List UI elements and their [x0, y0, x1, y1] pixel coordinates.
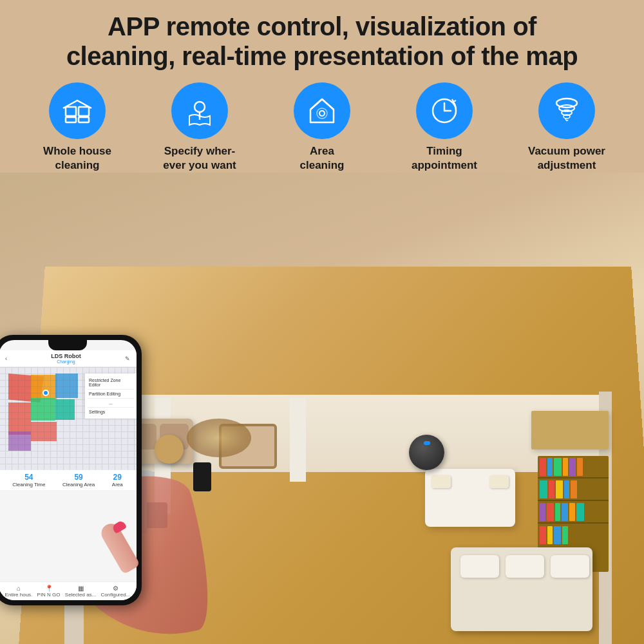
shelf-row-1 [538, 456, 609, 478]
book [576, 503, 584, 521]
stat-cleaning-time: 54 Cleaning Time [12, 473, 45, 488]
area-cleaning-label: Area cleaning [300, 144, 345, 173]
charging-dock [193, 462, 211, 491]
header-section: APP remote control, visualization of cle… [0, 0, 644, 77]
tab-pin-n-go[interactable]: 📍 PIN N GO [37, 585, 61, 598]
menu-item-zone[interactable]: Restricted Zone Editor [88, 376, 134, 390]
robot-sensor [424, 441, 430, 445]
area-cleaning-icon-circle[interactable] [294, 82, 350, 139]
dining-table [425, 469, 515, 527]
tornado-icon [550, 94, 583, 128]
inner-wall-2 [290, 398, 306, 482]
book [547, 526, 553, 544]
main-title: APP remote control, visualization of cle… [13, 12, 631, 71]
clock-icon [428, 94, 461, 128]
menu-item-more[interactable]: ... [88, 399, 134, 408]
cabinet [531, 411, 609, 450]
grid-icon [61, 94, 94, 128]
phone-bottom-bar: ⌂ Entire hous. 📍 PIN N GO ▦ Selected as.… [0, 582, 137, 600]
phone-notch [48, 340, 87, 350]
plate [431, 475, 451, 488]
specify-where-icon-circle[interactable] [171, 82, 228, 139]
book [562, 526, 568, 544]
phone-stats-row: 54 Cleaning Time 59 Cleaning Area 29 Are… [0, 470, 137, 490]
pillow-1 [460, 555, 499, 578]
shelf-row-2 [538, 478, 609, 501]
pin-icon [183, 94, 216, 128]
svg-rect-3 [79, 117, 89, 122]
specify-where-label: Specify wher- ever you want [163, 144, 236, 173]
book [571, 480, 577, 498]
robot-vacuum [409, 435, 444, 470]
feature-specify-where: Specify wher- ever you want [138, 82, 261, 173]
book [549, 480, 554, 498]
book [564, 480, 569, 498]
svg-rect-1 [79, 107, 89, 116]
feature-timing: Timing appointment [383, 82, 506, 173]
book [540, 526, 546, 544]
svg-point-4 [194, 102, 205, 112]
feature-whole-house: Whole house cleaning [16, 82, 138, 173]
book [562, 503, 568, 521]
feature-area-cleaning: Area cleaning [261, 82, 383, 173]
pillow-2 [506, 555, 544, 578]
device-name-text: LDS Robot [51, 353, 81, 359]
stat-cleaning-area: 59 Cleaning Area [62, 473, 95, 488]
tab-entire-house[interactable]: ⌂ Entire hous. [5, 585, 33, 598]
stat1-label: Cleaning Time [12, 482, 45, 488]
book [555, 503, 560, 521]
book [547, 503, 554, 521]
features-row: Whole house cleaning Specify wher- ever … [0, 77, 644, 173]
title-line2: cleaning, real-time presentation of the … [66, 42, 578, 70]
side-table [155, 435, 184, 464]
bottom-scene: ‹ LDS Robot Charging ✎ [0, 173, 644, 644]
device-status: Charging [51, 359, 81, 364]
book [554, 458, 562, 476]
book [547, 458, 553, 476]
menu-item-partition[interactable]: Partition Editing [88, 390, 134, 399]
stat2-label: Cleaning Area [62, 482, 95, 488]
timing-label: Timing appointment [412, 144, 477, 173]
whole-house-label: Whole house cleaning [43, 144, 111, 173]
shelf-row-3 [538, 501, 609, 524]
svg-point-7 [317, 108, 327, 118]
vacuum-power-icon-circle[interactable] [538, 82, 595, 139]
house-icon [305, 94, 339, 128]
stat-extra: 29 Area [112, 473, 123, 488]
menu-item-settings[interactable]: Settings [88, 408, 134, 416]
floor-rug [187, 419, 251, 457]
whole-house-icon-circle[interactable] [49, 82, 106, 139]
timing-icon-circle[interactable] [416, 82, 473, 139]
title-line1: APP remote control, visualization of [108, 12, 536, 41]
svg-rect-2 [66, 117, 76, 122]
svg-point-6 [319, 111, 325, 116]
robot-body [409, 435, 444, 470]
bed [451, 547, 592, 631]
phone-menu: Restricted Zone Editor Partition Editing… [85, 374, 137, 419]
tab-selected[interactable]: ▦ Selected as... [65, 585, 96, 598]
plate [489, 475, 509, 488]
pillow-3 [551, 555, 589, 578]
book [577, 458, 583, 476]
book [563, 458, 568, 476]
book [540, 480, 547, 498]
phone-header: ‹ LDS Robot Charging ✎ [0, 350, 137, 367]
vacuum-power-label: Vacuum power adjustment [528, 144, 605, 173]
feature-vacuum-power: Vacuum power adjustment [506, 82, 628, 173]
page-wrapper: APP remote control, visualization of cle… [0, 0, 644, 644]
tab-configured[interactable]: ⚙ Configured... [101, 585, 131, 598]
book [540, 503, 545, 521]
book [556, 480, 563, 498]
book [554, 526, 561, 544]
robot-position-dot [43, 390, 49, 396]
book [569, 503, 575, 521]
book [540, 458, 546, 476]
svg-rect-0 [66, 107, 76, 116]
shelf-row-4 [538, 524, 609, 546]
book [569, 458, 576, 476]
